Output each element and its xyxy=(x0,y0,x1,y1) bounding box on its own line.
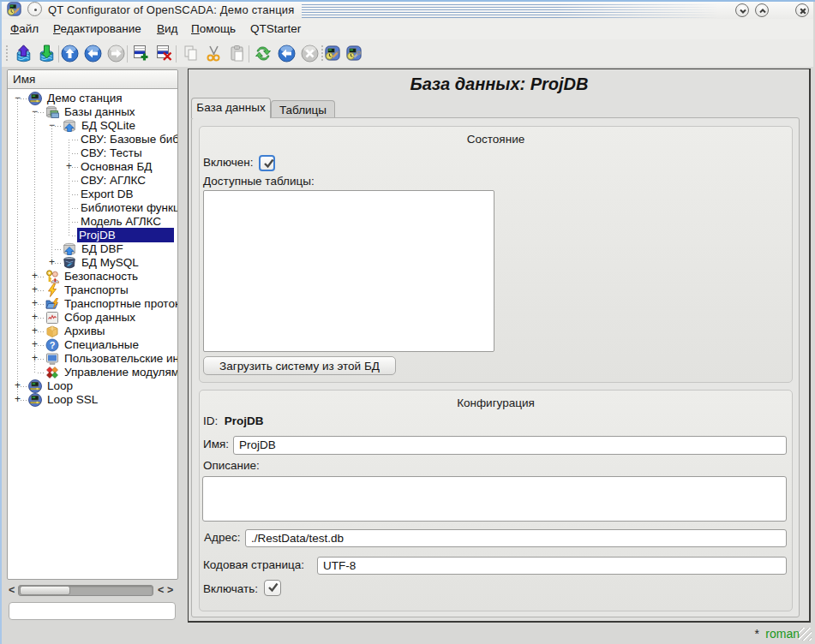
svg-text:?: ? xyxy=(50,340,56,350)
